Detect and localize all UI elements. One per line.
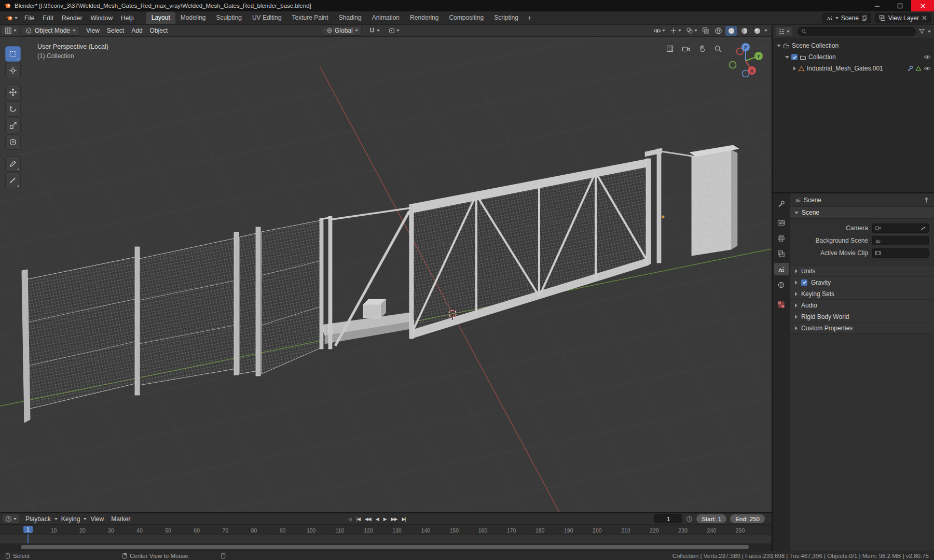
rotate-tool[interactable]	[5, 101, 21, 117]
chevron-down-icon[interactable]	[928, 31, 931, 33]
jump-to-end-button[interactable]: ▶|	[402, 516, 405, 522]
new-scene-icon[interactable]	[861, 15, 868, 21]
remove-view-layer-icon[interactable]	[922, 15, 927, 21]
tab-output[interactable]	[774, 232, 789, 244]
start-frame-field[interactable]: Start: 1	[696, 514, 726, 523]
viewport-3d[interactable]: User Perspective (Local) (1) Collection	[0, 37, 772, 512]
shading-rendered-button[interactable]	[751, 26, 763, 36]
menu-help[interactable]: Help	[117, 15, 138, 22]
jump-to-start-button[interactable]: |◀	[356, 516, 360, 522]
scene-selector[interactable]: Scene	[822, 13, 871, 23]
outliner-row-collection[interactable]: Collection	[773, 51, 934, 63]
menu-add[interactable]: Add	[128, 27, 146, 34]
panel-gravity[interactable]: Gravity	[790, 277, 934, 288]
active-movie-clip-field[interactable]	[872, 248, 929, 258]
menu-file[interactable]: File	[20, 15, 38, 22]
menu-keying[interactable]: Keying	[58, 515, 84, 523]
next-keyframe-button[interactable]: ▶▶	[391, 516, 397, 522]
hide-in-viewport-eye-icon[interactable]	[924, 54, 931, 60]
snap-toggle[interactable]	[367, 26, 381, 35]
mesh-data-icon[interactable]	[915, 65, 922, 72]
transform-orientation-dropdown[interactable]: Global	[323, 26, 362, 36]
scene-panel-header[interactable]: Scene	[790, 207, 934, 219]
select-box-tool[interactable]	[5, 46, 21, 62]
tab-render[interactable]	[774, 216, 789, 229]
tab-tool[interactable]	[774, 198, 789, 210]
shading-dropdown-icon[interactable]	[764, 30, 767, 32]
panel-audio[interactable]: Audio	[790, 300, 934, 311]
tab-scene[interactable]	[774, 263, 789, 275]
maximize-button[interactable]	[888, 0, 911, 11]
play-button[interactable]: ▶	[383, 516, 387, 522]
workspace-tab-layout[interactable]: Layout	[146, 12, 175, 24]
annotate-tool[interactable]	[5, 156, 21, 172]
workspace-tab-rendering[interactable]: Rendering	[405, 12, 444, 24]
pin-icon[interactable]	[923, 197, 930, 203]
previous-keyframe-button[interactable]: ◀◀	[365, 516, 371, 522]
outliner-row-scene-collection[interactable]: Scene Collection	[773, 40, 934, 51]
panel-keying-sets[interactable]: Keying Sets	[790, 288, 934, 300]
minimize-button[interactable]	[866, 0, 888, 11]
menu-playback[interactable]: Playback	[22, 515, 54, 523]
workspace-tab-sculpting[interactable]: Sculpting	[211, 12, 247, 24]
timeline-ruler[interactable]: 1102030405060708090100110120130140150160…	[0, 525, 772, 535]
timeline-body[interactable]: 1102030405060708090100110120130140150160…	[0, 525, 772, 551]
workspace-tab-modeling[interactable]: Modeling	[175, 12, 211, 24]
preview-range-icon[interactable]	[686, 515, 693, 522]
menu-render[interactable]: Render	[58, 15, 86, 22]
workspace-tab-shading[interactable]: Shading	[334, 12, 367, 24]
orthographic-toggle-button[interactable]	[664, 43, 676, 54]
measure-tool[interactable]	[5, 173, 21, 188]
workspace-tab-texture-paint[interactable]: Texture Paint	[287, 12, 334, 24]
add-workspace-button[interactable]: +	[524, 14, 536, 22]
workspace-tab-scripting[interactable]: Scripting	[489, 12, 524, 24]
timeline-editor-type-button[interactable]	[3, 514, 19, 523]
timeline-scrollbar[interactable]	[21, 545, 749, 549]
tab-view-layer[interactable]	[774, 247, 789, 260]
panel-rigid-body-world[interactable]: Rigid Body World	[790, 311, 934, 323]
camera-field[interactable]	[872, 223, 929, 233]
current-frame-field[interactable]: 1	[654, 514, 682, 523]
mode-dropdown[interactable]: Object Mode	[22, 26, 79, 36]
menu-view[interactable]: View	[83, 27, 103, 34]
shading-wireframe-button[interactable]	[712, 26, 724, 36]
background-scene-field[interactable]	[872, 236, 929, 245]
overlays-dropdown[interactable]	[684, 26, 699, 35]
panel-custom-properties[interactable]: Custom Properties	[790, 323, 934, 334]
close-button[interactable]	[911, 0, 934, 11]
panel-units[interactable]: Units	[790, 265, 934, 277]
play-reverse-button[interactable]: ◀	[376, 516, 379, 522]
object-visibility-dropdown[interactable]	[652, 27, 667, 35]
outliner-editor-type-button[interactable]	[776, 27, 792, 36]
tab-world[interactable]	[774, 278, 789, 291]
view-layer-selector[interactable]: View Layer	[875, 13, 931, 23]
editor-type-button[interactable]	[2, 26, 19, 35]
scale-tool[interactable]	[5, 118, 21, 133]
menu-marker[interactable]: Marker	[107, 515, 134, 523]
workspace-tab-uv-editing[interactable]: UV Editing	[247, 12, 287, 24]
disclosure-icon[interactable]	[785, 56, 789, 59]
current-frame-indicator[interactable]: 1	[23, 526, 33, 533]
eyedropper-icon[interactable]	[920, 225, 926, 231]
end-frame-field[interactable]: End: 250	[730, 514, 765, 523]
disclosure-icon[interactable]	[793, 66, 796, 71]
tab-texture[interactable]	[774, 298, 789, 311]
shading-solid-button[interactable]	[725, 26, 737, 36]
menu-edit[interactable]: Edit	[38, 15, 58, 22]
gizmos-dropdown[interactable]	[668, 26, 683, 35]
workspace-tab-compositing[interactable]: Compositing	[444, 12, 489, 24]
shading-material-button[interactable]	[738, 26, 750, 36]
menu-timeline-view[interactable]: View	[87, 515, 107, 523]
outliner-row-industrial-mesh-gates[interactable]: Industrial_Mesh_Gates.001	[773, 63, 934, 74]
transform-tool[interactable]	[5, 134, 21, 150]
hide-in-viewport-eye-icon[interactable]	[924, 65, 931, 72]
workspace-tab-animation[interactable]: Animation	[367, 12, 405, 24]
zoom-view-button[interactable]	[712, 43, 724, 54]
cursor-tool[interactable]	[5, 63, 21, 78]
disclosure-icon[interactable]	[777, 45, 781, 47]
timeline-scrollbar-track[interactable]	[0, 543, 772, 551]
camera-view-button[interactable]	[680, 43, 692, 54]
gravity-checkbox[interactable]	[801, 279, 807, 286]
move-tool[interactable]	[5, 85, 21, 100]
menu-select[interactable]: Select	[103, 27, 128, 34]
